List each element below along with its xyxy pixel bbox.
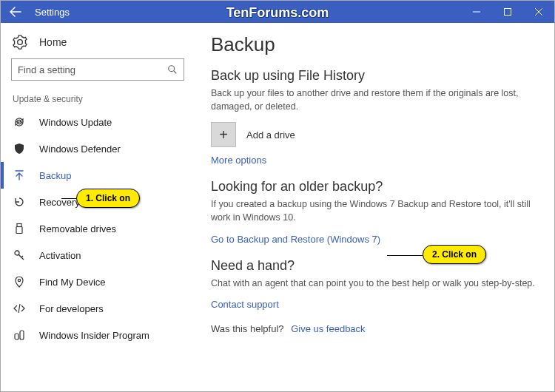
svg-rect-7 <box>16 227 22 234</box>
main-panel: Backup Back up using File History Back u… <box>195 23 554 391</box>
section-desc: If you created a backup using the Window… <box>211 197 535 224</box>
key-icon <box>13 249 26 262</box>
svg-rect-6 <box>17 224 21 227</box>
older-backup-section: Looking for an older backup? If you crea… <box>211 179 535 244</box>
backup-icon <box>13 169 26 182</box>
svg-rect-10 <box>15 334 18 339</box>
sidebar-item-windows-update[interactable]: Windows Update <box>1 109 195 135</box>
search-input[interactable]: Find a setting <box>11 58 184 81</box>
section-title: Looking for an older backup? <box>211 179 535 195</box>
sidebar-item-label: Activation <box>39 250 81 261</box>
location-icon <box>13 275 26 288</box>
sidebar-item-backup[interactable]: Backup <box>1 162 195 189</box>
insider-icon <box>13 328 26 342</box>
more-options-link[interactable]: More options <box>211 155 535 166</box>
minimize-button[interactable] <box>461 1 492 23</box>
maximize-button[interactable] <box>492 1 523 23</box>
svg-point-9 <box>18 279 20 281</box>
search-icon <box>167 64 178 75</box>
callout-connector <box>61 198 76 199</box>
gear-icon <box>13 35 27 50</box>
sidebar-item-label: Windows Update <box>39 117 112 128</box>
sidebar-item-label: Windows Insider Program <box>39 330 149 341</box>
search-placeholder: Find a setting <box>18 64 75 75</box>
shield-icon <box>13 142 26 155</box>
back-button[interactable] <box>1 1 30 23</box>
section-title: Need a hand? <box>211 258 535 274</box>
file-history-section: Back up using File History Back up your … <box>211 68 535 166</box>
svg-point-8 <box>15 251 19 255</box>
recovery-icon <box>13 195 26 209</box>
sidebar-item-label: Removable drives <box>39 223 116 234</box>
add-drive-label: Add a drive <box>246 129 295 141</box>
give-feedback-link[interactable]: Give us feedback <box>291 323 365 334</box>
sidebar-item-label: Find My Device <box>39 277 106 288</box>
titlebar: Settings <box>1 1 554 23</box>
callout-one: 1. Click on <box>76 189 140 208</box>
callout-two: 2. Click on <box>423 245 486 264</box>
close-button[interactable] <box>523 1 554 23</box>
window-title: Settings <box>35 7 70 18</box>
sidebar-item-windows-defender[interactable]: Windows Defender <box>1 135 195 162</box>
home-button[interactable]: Home <box>1 32 195 58</box>
window-controls <box>461 1 554 23</box>
sidebar-item-activation[interactable]: Activation <box>1 242 195 268</box>
svg-point-4 <box>169 66 175 72</box>
developer-icon <box>13 302 26 315</box>
callout-connector <box>387 255 423 256</box>
plus-icon: + <box>211 122 236 147</box>
section-title: Back up using File History <box>211 68 535 84</box>
feedback-row: Was this helpful? Give us feedback <box>211 323 535 334</box>
section-desc: Back up your files to another drive and … <box>211 87 535 113</box>
sidebar-item-for-developers[interactable]: For developers <box>1 295 195 322</box>
usb-icon <box>13 222 26 235</box>
home-label: Home <box>39 36 67 48</box>
section-label: Update & security <box>1 91 195 109</box>
sidebar-item-label: Backup <box>39 170 71 181</box>
sync-icon <box>13 115 26 129</box>
contact-support-link[interactable]: Contact support <box>211 299 535 310</box>
help-section: Need a hand? Chat with an agent that can… <box>211 258 535 310</box>
backup-restore-win7-link[interactable]: Go to Backup and Restore (Windows 7) <box>211 234 535 245</box>
page-title: Backup <box>211 33 535 56</box>
svg-rect-11 <box>20 331 24 339</box>
add-drive-button[interactable]: + Add a drive <box>211 122 535 147</box>
svg-rect-1 <box>505 9 511 16</box>
sidebar-item-label: For developers <box>39 303 104 314</box>
svg-line-5 <box>174 71 177 74</box>
section-desc: Chat with an agent that can point you to… <box>211 277 535 290</box>
sidebar-item-label: Windows Defender <box>39 143 121 155</box>
sidebar-item-removable-drives[interactable]: Removable drives <box>1 215 195 242</box>
sidebar-item-windows-insider[interactable]: Windows Insider Program <box>1 322 195 348</box>
sidebar-item-find-my-device[interactable]: Find My Device <box>1 268 195 295</box>
feedback-question: Was this helpful? <box>211 323 284 334</box>
